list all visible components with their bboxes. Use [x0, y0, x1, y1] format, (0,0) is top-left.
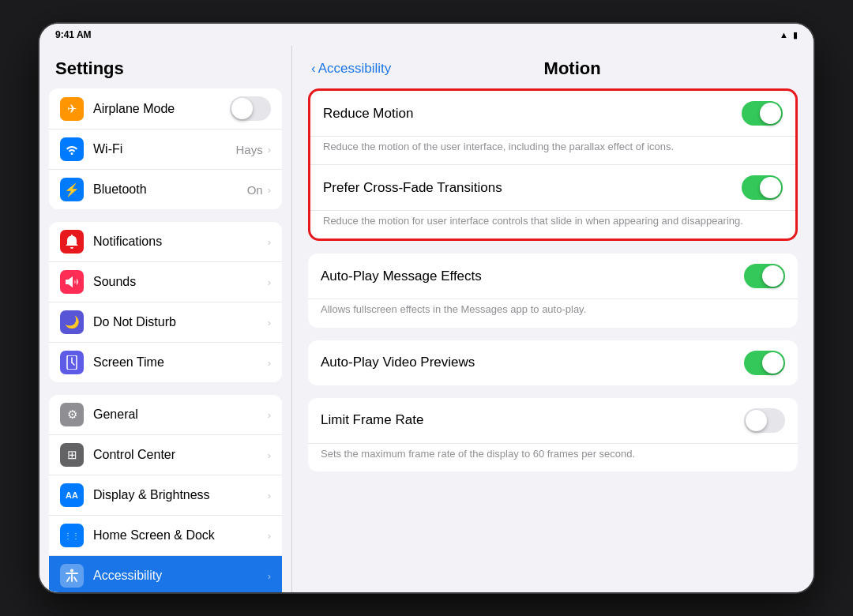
- back-label: Accessibility: [318, 61, 392, 77]
- control-center-label: Control Center: [93, 448, 268, 462]
- sidebar-section-1: ✈ Airplane Mode Wi-Fi Hays: [49, 88, 282, 209]
- cross-fade-section: Prefer Cross-Fade Transitions Reduce the…: [310, 164, 795, 239]
- dnd-label: Do Not Disturb: [93, 315, 268, 329]
- detail-body: Reduce Motion Reduce the motion of the u…: [292, 88, 814, 592]
- sidebar-item-control-center[interactable]: ⊞ Control Center ›: [49, 435, 282, 475]
- wifi-icon: [60, 137, 84, 161]
- limit-frame-rate-desc: Sets the maximum frame rate of the displ…: [308, 444, 798, 471]
- notifications-label: Notifications: [93, 235, 268, 249]
- cross-fade-label: Prefer Cross-Fade Transitions: [323, 180, 742, 196]
- screen-time-icon: [60, 351, 84, 374]
- sidebar-section-2: Notifications › Sounds › 🌙: [49, 222, 282, 382]
- sidebar-item-dnd[interactable]: 🌙 Do Not Disturb ›: [49, 302, 282, 343]
- back-button[interactable]: ‹ Accessibility: [311, 61, 391, 77]
- reduce-motion-section: Reduce Motion Reduce the motion of the u…: [310, 91, 795, 164]
- auto-play-message-toggle[interactable]: [744, 264, 785, 288]
- reduce-motion-knob: [760, 103, 781, 124]
- sidebar-item-bluetooth[interactable]: ⚡ Bluetooth On ›: [49, 170, 282, 209]
- bluetooth-chevron: ›: [268, 184, 271, 196]
- auto-play-video-row: Auto-Play Video Previews: [308, 340, 798, 385]
- accessibility-label: Accessibility: [93, 569, 268, 583]
- sidebar-item-screen-time[interactable]: Screen Time ›: [49, 343, 282, 382]
- auto-play-message-card: Auto-Play Message Effects Allows fullscr…: [308, 254, 798, 327]
- sidebar-item-general[interactable]: ⚙ General ›: [49, 395, 282, 435]
- dnd-icon: 🌙: [60, 310, 84, 334]
- auto-play-message-desc: Allows fullscreen effects in the Message…: [308, 299, 798, 327]
- reduce-motion-row: Reduce Motion: [310, 91, 795, 137]
- sidebar: Settings ✈ Airplane Mode: [39, 46, 292, 592]
- sounds-label: Sounds: [93, 275, 268, 289]
- sidebar-item-notifications[interactable]: Notifications ›: [49, 222, 282, 262]
- sidebar-list: ✈ Airplane Mode Wi-Fi Hays: [39, 88, 291, 592]
- status-bar: 9:41 AM ▲ ▮: [39, 24, 814, 46]
- svg-line-2: [72, 362, 74, 365]
- general-icon: ⚙: [60, 403, 84, 426]
- wifi-value: Hays: [235, 143, 262, 156]
- cross-fade-toggle[interactable]: [742, 175, 783, 200]
- reduce-motion-label: Reduce Motion: [323, 106, 742, 122]
- limit-frame-rate-toggle[interactable]: [744, 408, 785, 433]
- ipad-frame: 9:41 AM ▲ ▮ Settings ✈ Airplane Mode: [39, 24, 814, 592]
- sounds-chevron: ›: [268, 276, 271, 288]
- main-content: Settings ✈ Airplane Mode: [39, 46, 814, 592]
- detail-panel: ‹ Accessibility Motion Reduce Motion: [292, 46, 814, 592]
- highlighted-card: Reduce Motion Reduce the motion of the u…: [308, 88, 798, 241]
- sidebar-title: Settings: [39, 46, 291, 88]
- airplane-mode-toggle[interactable]: [230, 96, 271, 121]
- airplane-mode-label: Airplane Mode: [93, 102, 230, 116]
- display-label: Display & Brightness: [93, 488, 268, 502]
- auto-play-message-row: Auto-Play Message Effects: [308, 254, 798, 299]
- auto-play-video-label: Auto-Play Video Previews: [321, 355, 744, 370]
- auto-play-message-knob: [762, 265, 783, 287]
- general-label: General: [93, 408, 268, 422]
- sidebar-item-display[interactable]: AA Display & Brightness ›: [49, 475, 282, 516]
- dnd-chevron: ›: [268, 317, 271, 329]
- auto-play-video-toggle[interactable]: [744, 351, 785, 375]
- sidebar-item-home-screen[interactable]: ⋮⋮ Home Screen & Dock ›: [49, 516, 282, 556]
- battery-icon: ▮: [793, 30, 798, 40]
- home-screen-icon: ⋮⋮: [60, 524, 84, 547]
- bluetooth-value: On: [247, 183, 263, 197]
- notifications-chevron: ›: [268, 236, 271, 248]
- home-screen-chevron: ›: [268, 530, 271, 542]
- sidebar-item-wifi[interactable]: Wi-Fi Hays ›: [49, 130, 282, 170]
- auto-play-video-knob: [762, 352, 783, 374]
- control-center-chevron: ›: [268, 449, 271, 461]
- bluetooth-label: Bluetooth: [93, 182, 247, 197]
- svg-point-3: [70, 569, 73, 573]
- detail-title: Motion: [397, 58, 747, 79]
- wifi-chevron: ›: [268, 144, 271, 156]
- limit-frame-rate-card: Limit Frame Rate Sets the maximum frame …: [308, 398, 798, 471]
- toggle-knob: [231, 98, 253, 119]
- airplane-mode-icon: ✈: [60, 97, 84, 121]
- display-chevron: ›: [268, 490, 271, 501]
- reduce-motion-toggle[interactable]: [742, 101, 783, 126]
- sidebar-item-accessibility[interactable]: Accessibility ›: [49, 556, 282, 592]
- control-center-icon: ⊞: [60, 443, 84, 467]
- status-time: 9:41 AM: [55, 29, 92, 40]
- back-chevron-icon: ‹: [311, 61, 316, 77]
- cross-fade-desc: Reduce the motion for user interface con…: [310, 211, 795, 239]
- general-chevron: ›: [268, 409, 271, 421]
- display-icon: AA: [60, 483, 84, 507]
- auto-play-video-card: Auto-Play Video Previews: [308, 340, 798, 385]
- sidebar-item-airplane-mode[interactable]: ✈ Airplane Mode: [49, 88, 282, 130]
- bluetooth-icon: ⚡: [60, 178, 84, 201]
- wifi-icon: ▲: [780, 30, 788, 39]
- screen-time-chevron: ›: [268, 357, 271, 369]
- sidebar-section-3: ⚙ General › ⊞ Control Center › AA Displa…: [49, 395, 282, 592]
- sidebar-item-sounds[interactable]: Sounds ›: [49, 262, 282, 302]
- screen-time-label: Screen Time: [93, 355, 268, 370]
- limit-frame-rate-knob: [746, 410, 767, 431]
- accessibility-chevron: ›: [268, 570, 271, 582]
- limit-frame-rate-row: Limit Frame Rate: [308, 398, 798, 444]
- detail-header: ‹ Accessibility Motion: [292, 46, 814, 88]
- wifi-label: Wi-Fi: [93, 142, 235, 156]
- home-screen-label: Home Screen & Dock: [93, 528, 268, 543]
- notifications-icon: [60, 230, 84, 254]
- cross-fade-knob: [760, 177, 781, 198]
- cross-fade-row: Prefer Cross-Fade Transitions: [310, 165, 795, 211]
- status-icons: ▲ ▮: [780, 30, 798, 40]
- limit-frame-rate-label: Limit Frame Rate: [321, 412, 744, 428]
- reduce-motion-desc: Reduce the motion of the user interface,…: [310, 137, 795, 164]
